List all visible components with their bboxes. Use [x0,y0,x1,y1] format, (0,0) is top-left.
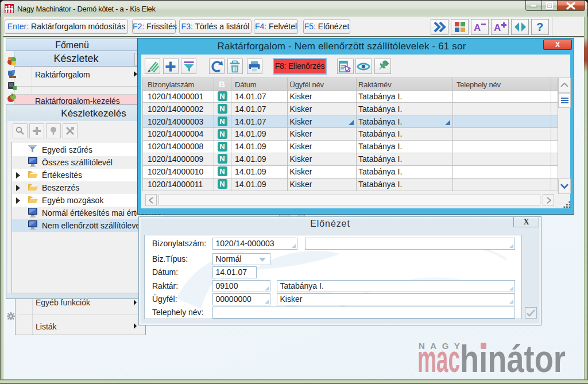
svg-text:?: ? [536,21,543,33]
svg-text:mac: mac [417,338,460,380]
svg-text:A: A [474,22,481,32]
svg-text:A: A [494,22,501,32]
svg-text:hinátor: hinátor [460,338,566,380]
